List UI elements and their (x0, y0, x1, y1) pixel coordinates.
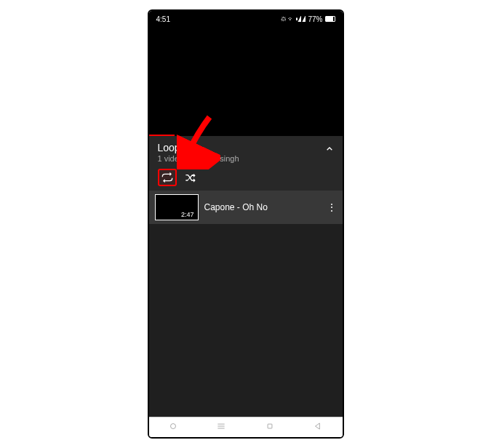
status-time: 4:51 (156, 15, 170, 23)
playlist-header: Loop 1 video • Bhavna singh (149, 136, 343, 191)
playlist-item[interactable]: 2:47 Capone - Oh No ⋮ (149, 191, 343, 224)
status-icons: ⚙ ᯤ ▮◢ ◢ 77% (281, 15, 335, 23)
nav-back-icon[interactable] (313, 421, 323, 434)
playlist-controls (158, 169, 334, 186)
collapse-button[interactable] (324, 143, 335, 157)
phone-frame: 4:51 ⚙ ᯤ ▮◢ ◢ 77% Loop 1 video • Bhavna … (148, 9, 344, 439)
item-duration: 2:47 (179, 211, 196, 218)
repeat-icon (161, 172, 173, 183)
shuffle-icon (185, 172, 196, 183)
item-thumbnail: 2:47 (155, 194, 199, 220)
nav-recent-icon[interactable] (168, 421, 178, 434)
loop-button[interactable] (158, 169, 177, 186)
playlist-title: Loop (158, 142, 334, 153)
svg-rect-1 (268, 424, 272, 428)
android-nav-bar (149, 417, 343, 437)
item-more-button[interactable]: ⋮ (327, 206, 337, 209)
item-title: Capone - Oh No (204, 202, 321, 212)
svg-point-0 (170, 423, 175, 428)
nav-menu-icon[interactable] (216, 421, 226, 434)
shuffle-button[interactable] (181, 169, 200, 186)
battery-text: 77% (308, 15, 322, 23)
playlist-meta: 1 video • Bhavna singh (158, 154, 334, 163)
status-bar: 4:51 ⚙ ᯤ ▮◢ ◢ 77% (149, 11, 343, 27)
battery-icon (325, 16, 335, 22)
playlist-body (149, 224, 343, 417)
video-player[interactable] (149, 27, 343, 136)
network-icon: ⚙ ᯤ ▮◢ ◢ (281, 16, 306, 23)
nav-home-icon[interactable] (265, 421, 275, 434)
